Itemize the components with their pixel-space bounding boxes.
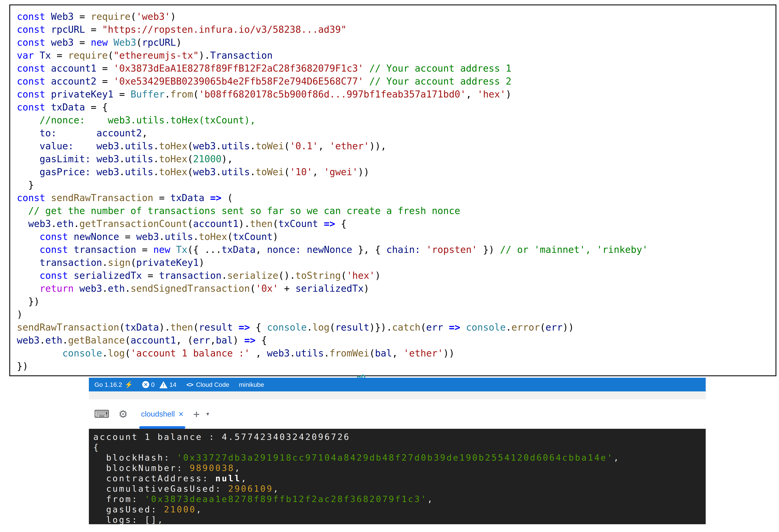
active-tab-underline: [139, 426, 185, 429]
code-line: const account1 = '0x3873dEaA1E8278f89FfB…: [17, 62, 648, 75]
terminal-line: gasUsed: 21000,: [93, 504, 706, 515]
warning-bang: !: [160, 383, 168, 388]
code-line: }): [17, 295, 648, 308]
terminal-output[interactable]: account 1 balance : 4.577423403242096726…: [89, 429, 706, 524]
code-editor[interactable]: const Web3 = require('web3')const rpcURL…: [17, 10, 648, 373]
code-line: const transaction = new Tx({ ...txData, …: [17, 243, 648, 256]
error-count: 0: [151, 381, 155, 388]
code-line: const account2 = '0xe53429EBB0239065b4e2…: [17, 75, 648, 88]
code-editor-box: const Web3 = require('web3')const rpcURL…: [9, 4, 776, 376]
code-line: const sendRawTransaction = txData => (: [17, 191, 648, 204]
terminal-line: contractAddress: null,: [93, 473, 706, 483]
chevron-down-icon[interactable]: ▼: [205, 411, 210, 417]
tab-label: cloudshell: [141, 410, 175, 418]
terminal-line: from: '0x3873deaa1e8278f89ffb12f2ac28f36…: [93, 494, 706, 504]
status-bar: Go 1.16.2 ⚡ ✕ 0 ! 14 <> Cloud Code minik…: [89, 378, 706, 391]
code-line: web3.eth.getBalance(account1, (err,bal) …: [17, 334, 648, 347]
code-line: // get the number of transactions sent s…: [17, 204, 648, 217]
code-line: gasLimit: web3.utils.toHex(21000),: [17, 153, 648, 165]
code-line: const Web3 = require('web3'): [17, 10, 648, 23]
terminal-line: blockHash: '0x33727db3a291918cc97104a842…: [93, 453, 706, 463]
code-line: var Tx = require("ethereumjs-tx").Transa…: [17, 49, 648, 62]
go-version-status[interactable]: Go 1.16.2 ⚡: [95, 381, 133, 389]
cloud-shell-panel: Go 1.16.2 ⚡ ✕ 0 ! 14 <> Cloud Code minik…: [89, 378, 706, 524]
page: { "colors": { "kw": "#0000FF", "var": "#…: [0, 0, 779, 532]
close-icon[interactable]: ×: [178, 409, 183, 419]
warning-count: 14: [169, 381, 176, 388]
code-line: const serializedTx = transaction.seriali…: [17, 269, 648, 282]
error-icon: ✕: [142, 381, 149, 388]
code-line: const newNonce = web3.utils.toHex(txCoun…: [17, 230, 648, 243]
terminal-line: account 1 balance : 4.577423403242096726: [93, 432, 706, 442]
panel-divider-strip: [89, 391, 706, 399]
cloud-code-label: Cloud Code: [196, 381, 229, 388]
gear-icon[interactable]: ⚙: [118, 408, 128, 420]
code-line: transaction.sign(privateKey1): [17, 256, 648, 269]
code-line: }): [17, 360, 648, 373]
code-line: console.log('account 1 balance :' , web3…: [17, 347, 648, 360]
code-line: sendRawTransaction(txData).then(result =…: [17, 321, 648, 334]
cloud-code-status[interactable]: <> Cloud Code: [176, 381, 229, 388]
code-line: const privateKey1 = Buffer.from('b08ff68…: [17, 88, 648, 101]
code-line: }: [17, 179, 648, 191]
terminal-tab-bar: ⌨ ⚙ cloudshell × + ▼: [89, 399, 706, 429]
problems-status[interactable]: ✕ 0 ! 14: [133, 381, 176, 388]
terminal-line: logs: [],: [93, 515, 706, 524]
tab-cloudshell[interactable]: cloudshell ×: [139, 399, 185, 429]
minikube-status[interactable]: minikube: [229, 381, 264, 388]
code-brackets-icon: <>: [186, 381, 193, 388]
warning-icon: !: [160, 381, 168, 388]
code-line: return web3.eth.sendSignedTransaction('0…: [17, 282, 648, 295]
go-version-label: Go 1.16.2: [95, 381, 122, 388]
terminal-line: blockNumber: 9890038,: [93, 463, 706, 473]
code-line: to: account2,: [17, 127, 648, 140]
keyboard-icon[interactable]: ⌨: [94, 408, 110, 420]
minikube-label: minikube: [239, 381, 264, 388]
terminal-line: cumulativeGasUsed: 2906109,: [93, 483, 706, 494]
terminal-line: {: [93, 442, 706, 453]
code-line: const web3 = new Web3(rpcURL): [17, 36, 648, 49]
lightning-icon: ⚡: [125, 381, 133, 389]
code-line: ): [17, 308, 648, 321]
code-line: const rpcURL = "https://ropsten.infura.i…: [17, 23, 648, 36]
code-line: value: web3.utils.toHex(web3.utils.toWei…: [17, 140, 648, 153]
add-tab-button[interactable]: +: [193, 407, 200, 421]
code-line: //nonce: web3.utils.toHex(txCount),: [17, 114, 648, 127]
code-line: const txData = {: [17, 101, 648, 114]
code-line: gasPrice: web3.utils.toHex(web3.utils.to…: [17, 165, 648, 179]
code-line: web3.eth.getTransactionCount(account1).t…: [17, 217, 648, 230]
